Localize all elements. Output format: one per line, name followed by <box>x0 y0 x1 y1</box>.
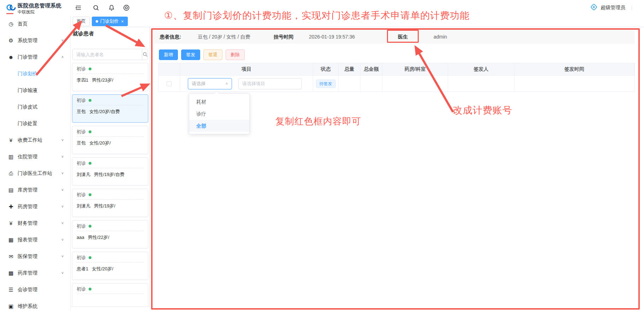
search-icon[interactable] <box>93 4 100 11</box>
column-header: 状态 <box>313 63 339 76</box>
status-dot <box>89 130 91 133</box>
tab[interactable]: 门诊划价 × <box>92 17 128 26</box>
dropdown-option[interactable]: 诊疗 <box>189 108 249 120</box>
menu-fold-icon[interactable] <box>75 4 82 11</box>
patient-panel: 就诊患者 初诊 李四1男性/23岁/ 初诊 豆包女性/20岁/自费 初诊 <box>71 27 150 307</box>
patient-card-list: 初诊 李四1男性/23岁/ 初诊 豆包女性/20岁/自费 初诊 豆包女性/20岁… <box>72 63 148 306</box>
patient-card[interactable]: 初诊 刘潇凡男性/19岁/ <box>72 189 148 217</box>
patient-name: 豆包 <box>77 109 86 114</box>
sidebar-item[interactable]: ☻ 门诊管理 ∧ <box>0 49 70 65</box>
patient-search-input[interactable] <box>73 49 142 60</box>
visit-type-label: 初诊 <box>77 223 86 229</box>
visit-type-label: 初诊 <box>77 66 86 72</box>
sidebar-item[interactable]: 门诊处置 <box>0 115 70 132</box>
status-dot <box>89 162 91 165</box>
visit-type-label: 初诊 <box>77 254 86 261</box>
column-header: 项目 <box>180 63 313 76</box>
category-dropdown: 耗材诊疗全部 <box>189 93 250 134</box>
column-header: 总量 <box>339 63 360 76</box>
sidebar-item[interactable]: ⚙ 系统管理 ∨ <box>0 32 70 49</box>
patient-card[interactable]: 初诊 aaa男性/22岁/ <box>72 220 148 248</box>
patient-card[interactable]: 初诊 刘潇凡男性/19岁/自费 <box>72 157 148 186</box>
logo-subtext <box>6 13 13 14</box>
table-row: 请选择 ∧ 待签发 <box>159 76 634 92</box>
list-icon: ☰ <box>8 287 14 293</box>
chevron-icon: ∧ <box>61 55 64 59</box>
patient-name: 刘潇凡 <box>77 172 90 177</box>
tab[interactable]: 首页 × <box>73 17 90 26</box>
sidebar-item[interactable]: 门诊皮试 <box>0 99 70 115</box>
sidebar-item[interactable]: ◷ 首页 <box>0 16 70 32</box>
app-org: 中联医院 <box>18 9 35 15</box>
cell-issuer <box>448 76 514 92</box>
chevron-icon: ∨ <box>61 39 64 42</box>
sidebar-item[interactable]: 门诊划价 <box>0 65 70 82</box>
patient-card[interactable]: 初诊 豆包女性/20岁/ <box>72 126 148 154</box>
sidebar-item[interactable]: 门诊输液 <box>0 82 70 99</box>
chevron-icon: ∨ <box>61 188 64 192</box>
sidebar-item[interactable]: ☰ 会诊管理 <box>0 281 70 298</box>
sidebar-item[interactable]: ▥ 住院管理 ∨ <box>0 148 70 165</box>
patient-name: 刘潇凡 <box>77 203 90 209</box>
dropdown-option[interactable]: 全部 <box>189 120 249 132</box>
status-dot <box>89 288 91 291</box>
chevron-icon: ∨ <box>61 271 64 275</box>
main-content: 患者信息: 豆包 / 20岁 / 女性 / 自费 挂号时间 2026-01-19… <box>150 27 644 311</box>
row-checkbox[interactable] <box>167 81 172 86</box>
patient-name: 豆包 <box>77 140 86 146</box>
header-divider <box>632 5 632 10</box>
sidebar-item[interactable]: ⎙ 门诊医生工作站 ∨ <box>0 165 70 182</box>
column-header: 签发人 <box>448 63 514 76</box>
patient-meta: 女性/20岁/ <box>89 140 111 146</box>
patient-meta: 男性/19岁/自费 <box>94 172 125 177</box>
toolbar-button[interactable]: 删除 <box>226 49 245 60</box>
table-header-row: 项目状态总量总金额药房/科室签发人签发时间 <box>159 63 634 76</box>
patient-meta: 女性/20岁/自费 <box>89 109 120 114</box>
patient-meta: 男性/19岁/ <box>94 203 115 209</box>
gear-icon: ⚙ <box>8 37 14 44</box>
patient-info-value: 豆包 / 20岁 / 女性 / 自费 <box>198 30 250 44</box>
toolbar-button[interactable]: 签退 <box>203 49 222 60</box>
toolbar-button[interactable]: 新增 <box>159 49 178 60</box>
status-badge: 待签发 <box>316 80 336 88</box>
status-dot <box>89 193 91 196</box>
sidebar-item[interactable]: ¥ 财务管理 ∨ <box>0 215 70 231</box>
bar-chart-icon: ▥ <box>8 154 14 160</box>
patient-card[interactable]: 初诊 <box>72 283 148 306</box>
patient-card[interactable]: 初诊 患者1女性/20岁/ <box>72 252 148 280</box>
sidebar-item[interactable]: ▤ 库房管理 ∨ <box>0 182 70 198</box>
patient-card[interactable]: 初诊 李四1男性/23岁/ <box>72 63 148 91</box>
sidebar-item[interactable]: ▦ 报表管理 ∨ <box>0 231 70 248</box>
visit-type-label: 初诊 <box>77 286 86 292</box>
visit-type-label: 初诊 <box>77 129 86 135</box>
sidebar-item[interactable]: ✉ 医保管理 ∨ <box>0 248 70 265</box>
user-icon: ☻ <box>8 54 14 60</box>
sidebar-item[interactable]: ✚ 药房管理 ∨ <box>0 198 70 215</box>
toolbar-button[interactable]: 签发 <box>181 49 200 60</box>
cell-total-amount <box>360 76 382 92</box>
column-header <box>159 63 180 76</box>
patient-card[interactable]: 初诊 豆包女性/20岁/自费 <box>72 94 148 123</box>
user-role[interactable]: 超级管理员 <box>601 5 625 11</box>
chevron-icon: ∨ <box>61 205 64 209</box>
sidebar-item[interactable]: ▣ 维护系统 <box>0 298 70 311</box>
app-window: 医院信息管理系统 中联医院 <box>0 0 644 311</box>
status-dot <box>89 99 91 102</box>
item-search-input[interactable] <box>238 78 302 89</box>
close-icon[interactable]: × <box>121 19 124 24</box>
status-dot <box>89 256 91 259</box>
tab-bar: 首页 × 门诊划价 × <box>71 16 644 27</box>
patient-name: aaa <box>77 235 84 240</box>
maintenance-icon: ▣ <box>8 303 14 310</box>
patient-meta: 女性/20岁/ <box>92 266 113 271</box>
sidebar-item[interactable]: ▩ 药库管理 ∨ <box>0 265 70 281</box>
visit-type-label: 初诊 <box>77 97 86 104</box>
category-select[interactable]: 请选择 ∧ <box>188 78 232 89</box>
bell-icon[interactable] <box>108 4 115 11</box>
role-badge-icon <box>590 3 598 12</box>
patient-name: 患者1 <box>77 266 88 271</box>
sidebar-item[interactable]: ¥ 收费工作站 ∨ <box>0 132 70 148</box>
theme-circle-icon[interactable] <box>123 4 130 11</box>
patient-search-button[interactable] <box>142 49 148 60</box>
dropdown-option[interactable]: 耗材 <box>189 96 249 108</box>
